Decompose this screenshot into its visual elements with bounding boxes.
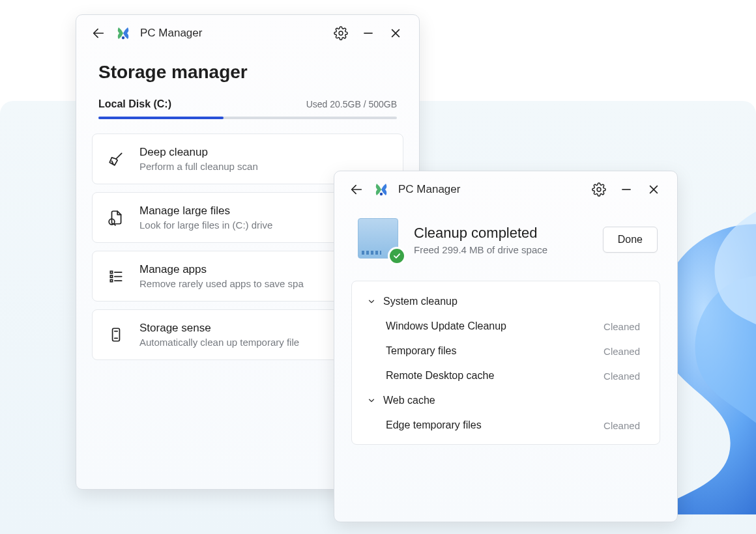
cleanup-group-header-system[interactable]: System cleanup xyxy=(357,289,654,314)
svg-rect-10 xyxy=(110,275,112,277)
svg-rect-11 xyxy=(110,279,112,281)
titlebar: PC Manager xyxy=(76,15,419,48)
svg-point-20 xyxy=(597,188,601,191)
app-title: PC Manager xyxy=(398,183,460,196)
chevron-down-icon xyxy=(366,296,377,307)
page-title: Storage manager xyxy=(76,48,419,94)
cleanup-item: Edge temporary files Cleaned xyxy=(357,413,654,438)
close-icon xyxy=(647,183,660,196)
close-button[interactable] xyxy=(386,24,405,42)
done-button[interactable]: Done xyxy=(603,227,658,253)
item-label: Windows Update Cleanup xyxy=(386,320,506,332)
svg-point-2 xyxy=(339,31,343,35)
item-status: Cleaned xyxy=(603,346,640,357)
item-label: Temporary files xyxy=(386,345,456,357)
option-title: Storage sense xyxy=(139,322,299,335)
minimize-icon xyxy=(362,27,375,40)
broom-icon xyxy=(107,150,125,168)
option-title: Manage large files xyxy=(139,204,272,218)
cleanup-result-block: Cleanup completed Freed 299.4 MB of driv… xyxy=(334,204,677,269)
app-logo-icon xyxy=(373,182,389,197)
apps-list-icon xyxy=(107,267,125,285)
minimize-icon xyxy=(620,183,633,196)
close-icon xyxy=(389,27,402,40)
close-button[interactable] xyxy=(645,180,663,199)
titlebar: PC Manager xyxy=(334,171,677,204)
gear-icon xyxy=(592,182,606,197)
chevron-down-icon xyxy=(366,395,377,406)
item-status: Cleaned xyxy=(603,371,640,382)
storage-sense-icon xyxy=(107,326,125,344)
cleanup-item: Windows Update Cleanup Cleaned xyxy=(357,314,654,339)
item-label: Remote Desktop cache xyxy=(386,370,494,382)
option-subtitle: Perform a full cleanup scan xyxy=(139,161,258,172)
app-title: PC Manager xyxy=(140,27,202,40)
large-files-icon xyxy=(107,208,125,227)
item-status: Cleaned xyxy=(603,321,640,332)
option-title: Deep cleanup xyxy=(139,146,258,159)
disk-usage-label: Used 20.5GB / 500GB xyxy=(306,99,397,109)
option-title: Manage apps xyxy=(139,263,304,276)
app-logo-icon xyxy=(115,25,131,41)
svg-point-19 xyxy=(380,193,383,195)
back-button[interactable] xyxy=(89,24,108,42)
group-label: System cleanup xyxy=(383,296,458,307)
svg-point-1 xyxy=(122,36,124,39)
svg-rect-9 xyxy=(110,271,112,273)
result-subtitle: Freed 299.4 MB of drive space xyxy=(414,244,590,255)
checkmark-badge-icon xyxy=(388,247,406,265)
item-status: Cleaned xyxy=(603,420,640,431)
cleanup-details-card: System cleanup Windows Update Cleanup Cl… xyxy=(351,281,660,445)
settings-button[interactable] xyxy=(332,24,350,42)
option-subtitle: Look for large files in (C:) drive xyxy=(139,219,272,231)
option-subtitle: Automatically clean up temporary file xyxy=(139,337,299,348)
cleanup-item: Remote Desktop cache Cleaned xyxy=(357,363,654,388)
gear-icon xyxy=(334,26,348,40)
settings-button[interactable] xyxy=(590,180,608,199)
cleanup-item: Temporary files Cleaned xyxy=(357,339,654,363)
disk-usage-fill xyxy=(98,117,224,119)
disk-usage-bar xyxy=(98,117,397,119)
cleanup-group-header-web[interactable]: Web cache xyxy=(357,388,654,413)
arrow-left-icon xyxy=(349,182,364,197)
cleanup-result-window: PC Manager Cleanup completed Freed 299.4… xyxy=(334,171,678,522)
option-subtitle: Remove rarely used apps to save spa xyxy=(139,278,304,289)
svg-rect-15 xyxy=(113,328,120,341)
item-label: Edge temporary files xyxy=(386,419,482,431)
group-label: Web cache xyxy=(383,395,435,406)
arrow-left-icon xyxy=(91,26,106,40)
drive-icon xyxy=(358,218,401,261)
disk-name: Local Disk (C:) xyxy=(98,98,171,110)
minimize-button[interactable] xyxy=(359,24,377,42)
disk-usage-row: Local Disk (C:) Used 20.5GB / 500GB xyxy=(76,94,419,114)
back-button[interactable] xyxy=(347,180,366,199)
minimize-button[interactable] xyxy=(617,180,635,199)
result-title: Cleanup completed xyxy=(414,225,590,242)
